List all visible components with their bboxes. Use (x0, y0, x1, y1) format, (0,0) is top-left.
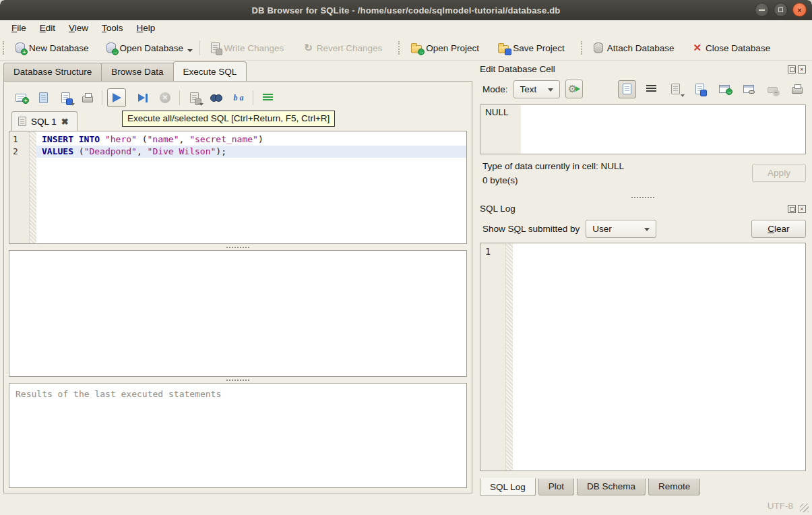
splitter[interactable] (9, 244, 467, 250)
cell-info-row: Type of data currently in cell: NULL 0 b… (480, 154, 806, 193)
copy-link-button[interactable] (739, 80, 757, 98)
submitter-select[interactable]: User (586, 220, 656, 238)
open-database-icon: → (106, 42, 116, 53)
toolbar-drag-handle[interactable] (3, 41, 6, 55)
menu-view[interactable]: View (63, 22, 94, 34)
dock-close-icon[interactable]: × (798, 205, 806, 213)
main-toolbar: + New Database → Open Database Write Cha… (0, 36, 812, 61)
attach-database-button[interactable]: Attach Database (588, 40, 680, 56)
set-null-icon (768, 87, 778, 93)
maximize-icon (778, 7, 783, 12)
tab-browse-data[interactable]: Browse Data (101, 63, 173, 81)
tab-db-schema[interactable]: DB Schema (577, 479, 646, 495)
word-wrap-button[interactable] (642, 80, 660, 98)
auto-apply-button[interactable]: ⚙ (565, 80, 583, 98)
log-content (513, 243, 805, 471)
maximize-button[interactable] (774, 3, 788, 17)
mode-select[interactable]: Text (513, 80, 561, 98)
open-project-icon: → (411, 45, 422, 53)
menu-file[interactable]: File (5, 22, 32, 34)
results-grid[interactable] (9, 250, 467, 377)
window-title: DB Browser for SQLite - /home/user/code/… (251, 5, 560, 16)
splitter[interactable] (480, 193, 806, 202)
toolbar-drag-handle[interactable] (581, 41, 584, 55)
log-line-number: 1 (485, 246, 491, 257)
attach-database-icon (594, 42, 603, 53)
print-icon (792, 87, 803, 94)
open-sql-file-button[interactable] (34, 88, 53, 107)
cell-editor-box[interactable]: NULL (480, 104, 806, 154)
results-message-pane[interactable]: Results of the last executed statements (9, 383, 467, 488)
resize-grip[interactable] (800, 504, 809, 512)
titlebar[interactable]: DB Browser for SQLite - /home/user/code/… (0, 0, 812, 20)
dock-float-icon[interactable] (788, 65, 796, 73)
set-null-button (763, 80, 782, 98)
minimize-icon (759, 9, 765, 11)
cell-edit-area[interactable] (521, 105, 805, 154)
code-area[interactable]: INSERT INTO "hero" ("name", "secret_name… (36, 131, 466, 243)
print-cell-button[interactable] (788, 80, 806, 98)
sql-1-tab[interactable]: SQL 1 ✖ (11, 111, 77, 131)
filter-label: Show SQL submitted by (482, 224, 580, 234)
toolbar-separator (102, 90, 102, 105)
replace-button[interactable]: b a (229, 88, 248, 107)
splitter[interactable] (9, 377, 467, 383)
toolbar-drag-handle[interactable] (398, 41, 402, 55)
tab-plot[interactable]: Plot (538, 479, 574, 495)
sql-log-pane[interactable]: 1 (480, 243, 806, 471)
save-sql-dropdown[interactable] (71, 103, 75, 106)
open-project-button[interactable]: → Open Project (406, 40, 485, 56)
dock-float-icon[interactable] (788, 205, 796, 213)
format-sql-button[interactable] (258, 88, 277, 107)
save-sql-file-icon (61, 92, 70, 103)
open-external-button[interactable]: → (715, 80, 733, 98)
clear-log-button[interactable]: Clear (751, 220, 806, 238)
new-sql-tab-button[interactable]: + (11, 88, 30, 107)
tab-database-structure[interactable]: Database Structure (3, 63, 102, 81)
edit-cell-dock-header: Edit Database Cell × (480, 62, 806, 76)
stop-execution-button: ✕ (156, 88, 175, 107)
close-database-button[interactable]: ✕ Close Database (688, 40, 776, 56)
fold-margin (30, 131, 36, 243)
open-database-dropdown[interactable] (187, 49, 193, 52)
save-sql-file-button[interactable] (56, 88, 75, 107)
status-bar: UTF-8 (0, 497, 812, 515)
tab-sql-log[interactable]: SQL Log (480, 478, 536, 496)
new-database-button[interactable]: + New Database (10, 40, 94, 56)
chevron-down-icon (644, 228, 650, 231)
execute-all-icon (113, 93, 121, 102)
open-database-button[interactable]: → Open Database (101, 40, 189, 56)
dock-close-icon[interactable]: × (798, 65, 806, 73)
gear-icon: ⚙ (568, 83, 577, 95)
tab-execute-sql[interactable]: Execute SQL (173, 61, 247, 81)
export-icon (695, 84, 704, 94)
execute-line-button[interactable] (133, 88, 152, 107)
sql-editor-toolbar: + ✕ b a (9, 86, 467, 110)
close-button[interactable]: × (792, 3, 807, 17)
toolbar-separator (253, 90, 253, 105)
menu-help[interactable]: Help (131, 22, 162, 34)
print-sql-button[interactable] (78, 88, 97, 107)
cell-editor-icons: → (618, 80, 806, 98)
sql-editor[interactable]: 1 2 INSERT INTO "hero" ("name", "secret_… (9, 131, 467, 244)
find-button[interactable] (207, 88, 226, 107)
open-sql-file-icon (39, 92, 48, 103)
sql-tab-close-icon[interactable]: ✖ (61, 117, 69, 126)
encoding-indicator[interactable]: UTF-8 (768, 501, 793, 511)
export-data-button[interactable] (691, 80, 709, 98)
chevron-down-icon (548, 88, 553, 92)
menu-tools[interactable]: Tools (96, 22, 129, 34)
text-mode-button[interactable] (618, 80, 636, 98)
execute-line-icon (138, 94, 148, 102)
minimize-button[interactable] (755, 3, 769, 17)
execute-all-button[interactable] (107, 88, 126, 107)
replace-icon: b a (234, 93, 244, 102)
window-controls: × (755, 3, 807, 17)
close-database-icon: ✕ (693, 43, 702, 53)
external-window-icon: → (719, 85, 730, 93)
sql-log-dock-header: SQL Log × (480, 202, 806, 216)
menu-edit[interactable]: Edit (34, 22, 61, 34)
save-project-button[interactable]: Save Project (493, 40, 570, 56)
left-panel: Database Structure Browse Data Execute S… (0, 61, 474, 497)
tab-remote[interactable]: Remote (648, 479, 700, 495)
